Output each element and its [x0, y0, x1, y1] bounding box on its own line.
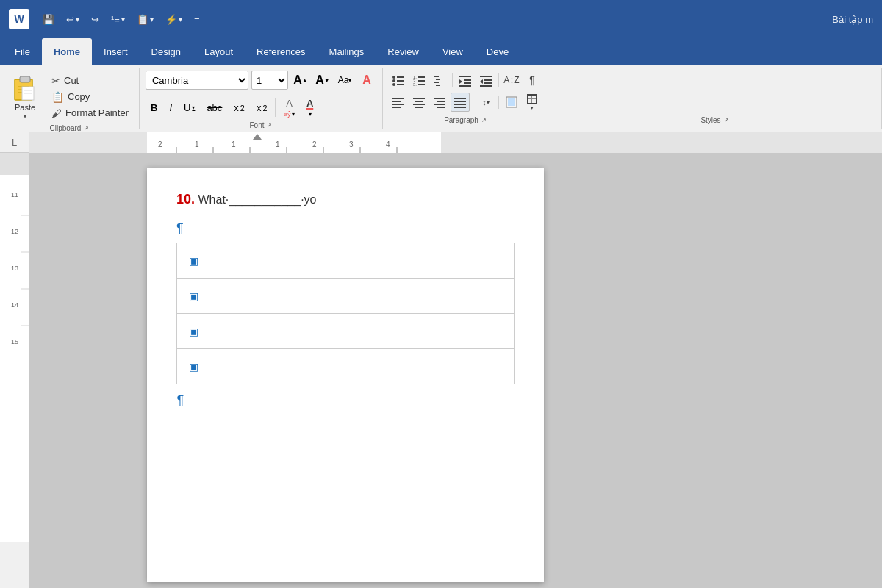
- show-marks-button[interactable]: ¶: [523, 71, 542, 90]
- svg-rect-39: [415, 101, 423, 102]
- svg-marker-25: [459, 79, 462, 84]
- tab-insert[interactable]: Insert: [92, 38, 140, 65]
- para-divider4: [498, 96, 499, 109]
- tool-button[interactable]: ⚡ ▾: [161, 12, 187, 27]
- tab-review[interactable]: Review: [376, 38, 431, 65]
- numbering-button[interactable]: 1. 2. 3.: [409, 71, 429, 90]
- pilcrow-2: ¶: [176, 393, 514, 409]
- svg-rect-45: [437, 107, 445, 108]
- text-highlight-color-button[interactable]: A ▾: [301, 96, 318, 120]
- scroll-area[interactable]: 10. What·___________·yo ¶ ▣ ▣: [29, 153, 882, 588]
- svg-rect-9: [397, 76, 404, 78]
- svg-text:11: 11: [11, 191, 18, 198]
- align-right-button[interactable]: [430, 93, 449, 112]
- title-bar: W 💾 ↩ ▾ ↪ ¹≡ ▾ 📋 ▾ ⚡ ▾ = Bài tập m: [0, 0, 882, 38]
- undo-button[interactable]: ↩ ▾: [62, 12, 84, 27]
- svg-rect-24: [459, 76, 471, 77]
- font-name-dropdown[interactable]: Cambria: [146, 71, 248, 90]
- change-case-button[interactable]: Aa ▾: [335, 71, 354, 90]
- strikethrough-button[interactable]: abc: [201, 100, 227, 115]
- align-left-button[interactable]: [389, 93, 408, 112]
- shading-button[interactable]: [502, 93, 521, 112]
- svg-rect-36: [392, 104, 404, 105]
- justify-button[interactable]: [451, 93, 470, 112]
- subscript-button[interactable]: x2: [229, 100, 250, 115]
- tab-design[interactable]: Design: [140, 38, 193, 65]
- paste-button[interactable]: Paste ▾: [6, 71, 44, 123]
- tab-layout[interactable]: Layout: [193, 38, 245, 65]
- grow-font-button[interactable]: A▲: [291, 71, 310, 90]
- choice-row-a: ▣: [177, 243, 514, 279]
- format-painter-icon: 🖌: [51, 107, 62, 119]
- decrease-indent-button[interactable]: [456, 71, 475, 90]
- font-size-dropdown[interactable]: 1 891011 121416: [251, 71, 288, 90]
- svg-text:1: 1: [195, 140, 199, 148]
- italic-button[interactable]: I: [164, 100, 177, 115]
- tab-developer[interactable]: Deve: [475, 38, 520, 65]
- svg-rect-48: [454, 104, 466, 105]
- svg-rect-51: [508, 98, 515, 106]
- multilevel-list-button[interactable]: [430, 71, 449, 90]
- svg-rect-44: [434, 104, 445, 105]
- save-button[interactable]: 💾: [38, 12, 59, 27]
- clipboard-content: Paste ▾ ✂ Cut 📋 Copy 🖌 Format Painter: [6, 71, 133, 123]
- copy-button[interactable]: 📋 Copy: [47, 89, 133, 105]
- para-divider3: [473, 96, 473, 109]
- highlight-text-button[interactable]: A: [357, 71, 376, 90]
- svg-rect-41: [415, 107, 423, 108]
- choice-c-icon: ▣: [189, 326, 198, 337]
- line-spacing-button[interactable]: ↕ ▾: [476, 93, 495, 112]
- format-button[interactable]: 📋 ▾: [132, 12, 158, 27]
- svg-rect-31: [484, 79, 492, 81]
- svg-text:12: 12: [11, 228, 18, 235]
- tab-mailings[interactable]: Mailings: [318, 38, 376, 65]
- superscript-button[interactable]: x2: [251, 100, 273, 115]
- para-divider1: [452, 74, 453, 87]
- choice-row-b: ▣: [177, 279, 514, 314]
- redo-button[interactable]: ↪: [87, 12, 104, 27]
- choice-d-icon: ▣: [189, 361, 198, 373]
- more-button[interactable]: =: [190, 12, 204, 27]
- tab-view[interactable]: View: [431, 38, 475, 65]
- para-divider2: [498, 74, 499, 87]
- question-10: 10. What·___________·yo: [176, 190, 514, 209]
- choice-d-cell: ▣: [177, 349, 514, 384]
- svg-point-12: [392, 83, 395, 86]
- font-color-button[interactable]: A aẙ ▾: [279, 96, 299, 120]
- svg-rect-71: [0, 153, 29, 175]
- format-painter-button[interactable]: 🖌 Format Painter: [47, 105, 133, 121]
- svg-rect-23: [436, 85, 440, 86]
- align-center-button[interactable]: [409, 93, 429, 112]
- choices-table: ▣ ▣ ▣ ▣: [176, 243, 514, 384]
- ruler-svg: 2 1 1 1 2 3 4: [29, 132, 882, 153]
- increase-indent-button[interactable]: [476, 71, 495, 90]
- svg-rect-49: [454, 107, 466, 108]
- paste-label: Paste: [15, 103, 35, 112]
- shrink-font-button[interactable]: A▼: [313, 71, 332, 90]
- svg-point-8: [392, 76, 395, 79]
- font-expand-icon[interactable]: ↗: [267, 122, 272, 129]
- bold-button[interactable]: B: [146, 100, 162, 115]
- styles-label: Styles ↗: [554, 115, 875, 126]
- borders-button[interactable]: ▾: [523, 93, 542, 112]
- styles-expand-icon[interactable]: ↗: [724, 117, 729, 123]
- tab-references[interactable]: References: [245, 38, 317, 65]
- cut-button[interactable]: ✂ Cut: [47, 73, 133, 89]
- font-format-row: B I U ▾ abc x2 x2 A aẙ ▾ A ▾: [146, 96, 376, 120]
- svg-rect-27: [464, 82, 471, 84]
- tab-home[interactable]: Home: [42, 38, 92, 65]
- list-button[interactable]: ¹≡ ▾: [107, 12, 129, 27]
- horizontal-ruler: 2 1 1 1 2 3 4: [29, 132, 882, 153]
- bullets-button[interactable]: [389, 71, 408, 90]
- svg-text:1: 1: [276, 140, 280, 148]
- question-text: What·___________·yo: [198, 193, 316, 206]
- svg-rect-37: [392, 107, 401, 108]
- svg-rect-38: [413, 98, 425, 99]
- paragraph-expand-icon[interactable]: ↗: [481, 117, 487, 123]
- clipboard-expand-icon[interactable]: ↗: [84, 125, 89, 132]
- tab-file[interactable]: File: [3, 38, 42, 65]
- sort-button[interactable]: A↕Z: [502, 71, 521, 90]
- svg-text:13: 13: [11, 265, 18, 272]
- svg-rect-17: [418, 80, 425, 82]
- underline-button[interactable]: U ▾: [179, 100, 200, 115]
